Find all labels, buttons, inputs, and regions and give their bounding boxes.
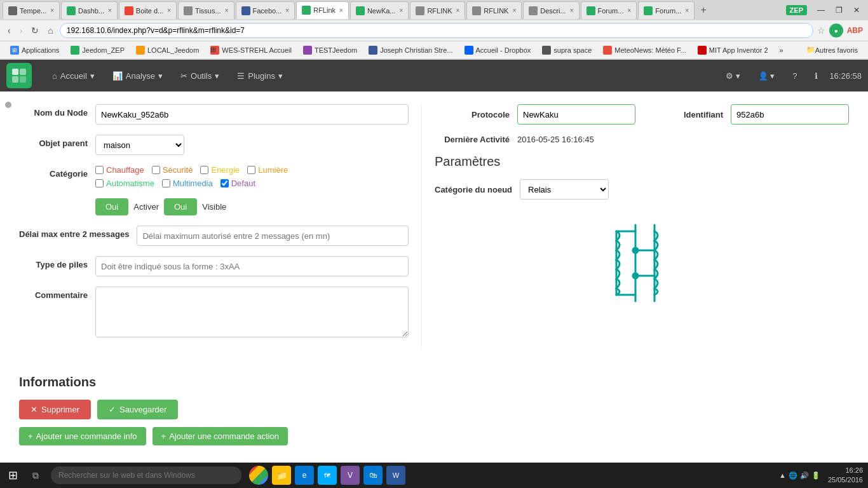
forward-button[interactable]: › — [17, 24, 25, 37]
address-input[interactable] — [60, 23, 813, 38]
tab-close-rflink3[interactable]: × — [512, 7, 516, 14]
nav-accueil[interactable]: ⌂ Accueil ▾ — [44, 66, 102, 86]
nav-user-btn[interactable]: 👤 ▾ — [752, 67, 782, 85]
extension-vpn-button[interactable]: ● — [829, 24, 843, 37]
bookmark-joseph[interactable]: Joseph Christian Stre... — [363, 44, 458, 56]
tab-tissus[interactable]: Tissus... × — [178, 1, 234, 19]
objet-parent-select[interactable]: maison — [95, 135, 184, 155]
nav-analyse[interactable]: 📊 Analyse ▾ — [105, 66, 170, 86]
bookmark-local-jeedom[interactable]: LOCAL_Jeedom — [131, 44, 204, 56]
svg-rect-3 — [20, 76, 26, 83]
visible-oui-button[interactable]: Oui — [164, 198, 197, 215]
supprimer-button[interactable]: ✕ Supprimer — [19, 400, 91, 419]
nav-info-btn[interactable]: ℹ — [808, 67, 824, 85]
categorie-noeud-select[interactable]: Relais Capteur Actionneur Autre — [520, 179, 609, 200]
cat-energie-checkbox[interactable] — [200, 166, 208, 174]
add-commande-info-button[interactable]: + Ajouter une commande info — [19, 427, 146, 445]
bookmark-test-jeedom[interactable]: TESTJeedom — [298, 44, 362, 56]
node-name-input[interactable] — [95, 104, 409, 125]
cat-chauffage[interactable]: Chauffage — [95, 165, 144, 175]
cat-automatisme-checkbox[interactable] — [95, 179, 104, 187]
start-button[interactable]: ⊞ — [0, 463, 25, 466]
tab-close-tempe[interactable]: × — [50, 7, 54, 14]
tab-forum1[interactable]: Forum... × — [581, 1, 637, 19]
bookmark-wes[interactable]: ⊞ WES-STREHL Accueil — [205, 44, 297, 56]
tab-newka[interactable]: NewKa... × — [350, 1, 409, 19]
tab-close-faceb[interactable]: × — [285, 7, 289, 14]
tab-close-forum2[interactable]: × — [685, 7, 689, 14]
type-piles-input[interactable] — [95, 256, 409, 276]
plus-icon-action: + — [161, 431, 166, 441]
tab-close-tissus[interactable]: × — [225, 7, 229, 14]
form-row-objet-parent: Objet parent maison — [19, 135, 409, 155]
tab-close-gmail[interactable]: × — [167, 7, 171, 14]
node-name-control — [95, 104, 409, 125]
add-commande-action-button[interactable]: + Ajouter une commande action — [153, 427, 288, 445]
protocole-input[interactable] — [517, 104, 635, 125]
tab-forum2[interactable]: Forum... × — [638, 1, 695, 19]
back-button[interactable]: ‹ — [5, 24, 13, 37]
tab-rflink2[interactable]: RFLINK × — [410, 1, 465, 19]
new-tab-button[interactable]: + — [696, 3, 711, 18]
tab-dashb[interactable]: Dashb... × — [61, 1, 118, 19]
cat-defaut-checkbox[interactable] — [220, 179, 229, 187]
form-row-activer: Oui Activer Oui Visible — [19, 198, 409, 215]
bookmark-more[interactable]: » — [775, 45, 789, 55]
tab-descr[interactable]: Descri... × — [523, 1, 579, 19]
identifiant-input[interactable] — [731, 104, 849, 125]
bookmark-folder[interactable]: 📁 Autres favoris — [801, 44, 863, 55]
nav-outils[interactable]: ✂ Outils ▾ — [173, 66, 227, 86]
tab-close-descr[interactable]: × — [570, 7, 574, 14]
cat-securite-checkbox[interactable] — [152, 166, 160, 174]
tab-icon-tempe — [8, 6, 17, 15]
tab-rflink[interactable]: RFLink × — [296, 1, 349, 19]
extension-adblock-button[interactable]: ABP — [847, 26, 863, 35]
tab-icon-descr — [529, 6, 538, 15]
jeedom-logo[interactable] — [6, 63, 32, 88]
bookmark-dropbox[interactable]: Accueil - Dropbox — [459, 44, 536, 56]
home-button[interactable]: ⌂ — [45, 24, 55, 37]
cat-defaut[interactable]: Defaut — [220, 179, 255, 188]
form-left: Nom du Node Objet parent maison — [19, 104, 421, 349]
delai-input[interactable] — [137, 226, 409, 246]
tab-close-rflink2[interactable]: × — [456, 7, 460, 14]
mit-icon — [698, 46, 707, 55]
minimize-button[interactable]: — — [812, 1, 830, 19]
bookmark-meteo[interactable]: MeteoNews: Météo F... — [598, 44, 691, 56]
cat-automatisme[interactable]: Automatisme — [95, 179, 154, 188]
close-button[interactable]: ✕ — [848, 1, 865, 19]
tab-gmail[interactable]: Boite d... × — [119, 1, 177, 19]
cat-lumiere[interactable]: Lumière — [247, 165, 288, 175]
cat-securite[interactable]: Sécurité — [152, 165, 193, 175]
cat-multimedia-checkbox[interactable] — [162, 179, 170, 187]
bookmark-mit[interactable]: MIT App Inventor 2 — [693, 44, 773, 56]
cat-chauffage-checkbox[interactable] — [95, 166, 104, 174]
cat-multimedia[interactable]: Multimedia — [162, 179, 213, 188]
tab-faceb[interactable]: Facebo... × — [236, 1, 295, 19]
cat-energie[interactable]: Energie — [200, 165, 240, 175]
bookmark-supra[interactable]: supra space — [537, 44, 597, 56]
cat-lumiere-checkbox[interactable] — [247, 166, 255, 174]
tab-close-rflink[interactable]: × — [339, 7, 343, 14]
tab-tempe[interactable]: Tempe... × — [3, 1, 60, 19]
bookmark-apps[interactable]: ⊞ Applications — [5, 44, 64, 56]
zep-badge: ZEP — [786, 5, 807, 15]
tab-close-dashb[interactable]: × — [108, 7, 112, 14]
sauvegarder-button[interactable]: ✓ Sauvegarder — [97, 400, 178, 419]
tab-close-forum1[interactable]: × — [627, 7, 631, 14]
nav-plugins[interactable]: ☰ Plugins ▾ — [229, 66, 290, 86]
nav-settings-btn[interactable]: ⚙ ▾ — [719, 67, 747, 85]
tab-close-newka[interactable]: × — [400, 7, 403, 14]
taskbar: ⊞ ⧉ 📁 e 🗺 V 🛍 W ▲ 🌐 🔊 🔋 16:26 25/05/2016 — [0, 463, 868, 466]
folder-icon: 📁 — [806, 46, 815, 54]
tab-rflink3[interactable]: RFLINK × — [466, 1, 522, 19]
activer-oui-button[interactable]: Oui — [95, 198, 128, 215]
bookmark-jeedom-zep[interactable]: Jeedom_ZEP — [65, 44, 130, 56]
bookmark-star-button[interactable]: ☆ — [817, 25, 825, 36]
reload-button[interactable]: ↻ — [29, 24, 41, 37]
commentaire-textarea[interactable] — [95, 287, 409, 337]
restore-button[interactable]: ❐ — [830, 1, 848, 19]
task-view-button[interactable]: ⧉ — [25, 465, 46, 466]
nav-help-btn[interactable]: ? — [786, 67, 803, 85]
tab-icon-faceb — [241, 6, 250, 15]
